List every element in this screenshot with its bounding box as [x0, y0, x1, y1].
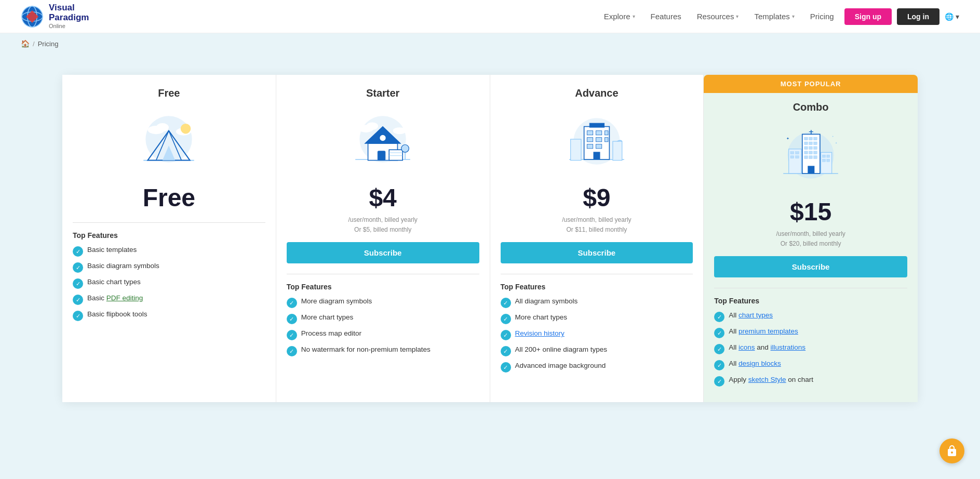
signup-button[interactable]: Sign up	[844, 8, 892, 25]
free-title: Free	[73, 87, 265, 99]
svg-rect-35	[596, 131, 601, 135]
feature-basic-templates: ✓ Basic templates	[73, 246, 265, 257]
check-icon: ✓	[501, 314, 511, 324]
advance-features-label: Top Features	[501, 283, 693, 291]
design-blocks-link[interactable]: design blocks	[739, 360, 781, 367]
globe-button[interactable]: 🌐 ▾	[945, 12, 959, 21]
nav-features[interactable]: Features	[651, 12, 681, 21]
login-button[interactable]: Log in	[897, 8, 939, 25]
svg-rect-53	[809, 137, 813, 140]
check-icon: ✓	[501, 362, 511, 372]
svg-rect-77	[827, 159, 830, 162]
advance-title: Advance	[501, 87, 693, 99]
starter-subscribe-button[interactable]: Subscribe	[287, 242, 479, 263]
nav-templates[interactable]: Templates ▾	[754, 12, 794, 21]
check-icon: ✓	[714, 344, 724, 354]
icons-link[interactable]: icons	[739, 343, 755, 351]
nav-links: Explore ▾ Features Resources ▾ Templates…	[604, 12, 834, 21]
svg-rect-76	[823, 159, 826, 162]
nav-pricing[interactable]: Pricing	[810, 12, 834, 21]
combo-price: $15	[714, 197, 907, 226]
pricing-grid: Free	[62, 75, 918, 402]
svg-rect-58	[804, 147, 808, 150]
svg-rect-62	[809, 151, 813, 154]
breadcrumb-current: Pricing	[38, 40, 59, 48]
svg-point-7	[156, 123, 169, 131]
combo-title: Combo	[714, 101, 907, 113]
svg-rect-75	[827, 155, 830, 157]
svg-rect-67	[808, 166, 814, 174]
starter-price-sub: /user/month, billed yearlyOr $5, billed …	[287, 215, 479, 235]
svg-rect-33	[589, 123, 604, 127]
feature-process-map: ✓ Process map editor	[287, 329, 479, 340]
free-illustration	[73, 108, 265, 175]
logo-visual: Visual	[49, 3, 89, 13]
svg-rect-39	[605, 138, 608, 142]
advance-price: $9	[501, 183, 693, 212]
chart-types-link[interactable]: chart types	[739, 311, 773, 319]
feature-sketch-style: ✓ Apply sketch Style on chart	[714, 376, 907, 387]
check-icon: ✓	[501, 346, 511, 356]
chevron-down-icon: ▾	[633, 14, 635, 19]
illustrations-link[interactable]: illustrations	[771, 343, 806, 351]
svg-rect-63	[814, 151, 817, 154]
combo-price-sub: /user/month, billed yearlyOr $20, billed…	[714, 229, 907, 249]
premium-templates-link[interactable]: premium templates	[739, 327, 798, 335]
svg-text:✦: ✦	[835, 142, 837, 144]
check-icon: ✓	[714, 360, 724, 370]
breadcrumb: 🏠 / Pricing	[0, 33, 980, 54]
svg-rect-34	[587, 131, 593, 135]
logo[interactable]: Visual Paradigm Online	[21, 3, 89, 30]
svg-rect-64	[804, 156, 808, 159]
svg-rect-54	[814, 137, 817, 140]
combo-subscribe-button[interactable]: Subscribe	[714, 256, 907, 277]
check-icon: ✓	[501, 330, 511, 340]
advance-subscribe-button[interactable]: Subscribe	[501, 242, 693, 263]
svg-rect-70	[796, 152, 799, 154]
logo-text: Visual Paradigm Online	[49, 3, 89, 30]
svg-point-19	[393, 127, 407, 134]
sketch-style-link[interactable]: sketch Style	[748, 376, 786, 383]
svg-rect-55	[804, 142, 808, 145]
svg-rect-65	[809, 156, 813, 159]
svg-rect-56	[809, 142, 813, 145]
svg-rect-46	[613, 141, 622, 161]
chevron-down-icon: ▾	[792, 14, 795, 19]
plan-advance: Advance	[490, 75, 704, 402]
check-icon: ✓	[287, 314, 297, 324]
globe-icon: 🌐	[945, 12, 954, 21]
svg-rect-23	[389, 150, 402, 160]
check-icon: ✓	[73, 262, 83, 273]
check-icon: ✓	[714, 376, 724, 387]
svg-rect-59	[809, 147, 813, 150]
svg-rect-61	[804, 151, 808, 154]
nav-explore[interactable]: Explore ▾	[604, 12, 635, 21]
feature-basic-chart: ✓ Basic chart types	[73, 278, 265, 289]
pdf-editing-link[interactable]: PDF editing	[106, 294, 143, 302]
check-icon: ✓	[287, 298, 297, 308]
feature-basic-diagram: ✓ Basic diagram symbols	[73, 262, 265, 273]
svg-text:✦: ✦	[832, 135, 834, 138]
svg-rect-72	[796, 156, 799, 158]
plan-combo: MOST POPULAR Combo	[704, 75, 918, 402]
check-icon: ✓	[73, 278, 83, 289]
svg-rect-36	[605, 131, 608, 135]
feature-more-diagram: ✓ More diagram symbols	[287, 297, 479, 308]
starter-price: $4	[287, 183, 479, 212]
revision-history-link[interactable]: Revision history	[515, 329, 565, 337]
free-price: Free	[73, 183, 265, 212]
svg-point-10	[181, 124, 191, 134]
feature-basic-pdf: ✓ Basic PDF editing	[73, 294, 265, 305]
feature-no-watermark: ✓ No watermark for non-premium templates	[287, 345, 479, 356]
home-icon[interactable]: 🏠	[21, 39, 30, 48]
svg-rect-74	[823, 155, 826, 157]
svg-rect-42	[593, 152, 600, 159]
free-features-label: Top Features	[73, 231, 265, 240]
nav-resources[interactable]: Resources ▾	[697, 12, 739, 21]
feature-200-diagrams: ✓ All 200+ online diagram types	[501, 345, 693, 356]
main-content: Free	[0, 54, 980, 423]
svg-point-27	[380, 135, 386, 141]
advance-price-sub: /user/month, billed yearlyOr $11, billed…	[501, 215, 693, 235]
check-icon: ✓	[287, 346, 297, 356]
feature-icons-illustrations: ✓ All icons and illustrations	[714, 343, 907, 354]
